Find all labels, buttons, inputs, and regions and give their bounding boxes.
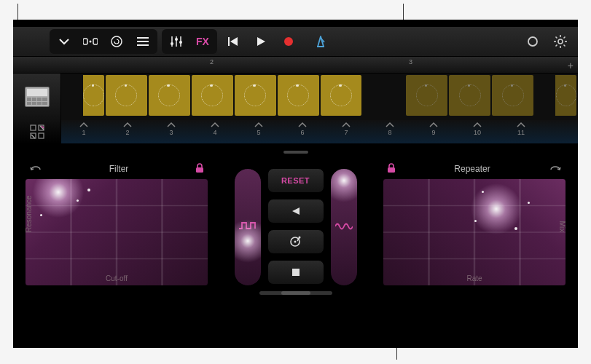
- loop-indicator-icon: [201, 84, 223, 106]
- clip-cell[interactable]: [106, 75, 147, 116]
- reverse-icon: [291, 206, 301, 216]
- record-button[interactable]: [275, 31, 302, 52]
- chevron-up-icon: [517, 122, 525, 127]
- record-icon: [283, 36, 294, 47]
- settings-button[interactable]: [547, 31, 574, 52]
- clip-cell[interactable]: [406, 75, 447, 116]
- gear-icon: [554, 35, 567, 48]
- metronome-button[interactable]: [308, 31, 334, 52]
- center-buttons: RESET: [267, 168, 324, 285]
- svg-point-10: [171, 42, 173, 45]
- add-track-button[interactable]: +: [568, 60, 574, 71]
- sampler-icon: [25, 87, 50, 107]
- live-loops-grid-button[interactable]: [13, 120, 61, 143]
- list-icon: [137, 37, 149, 46]
- reverse-button[interactable]: [267, 199, 324, 223]
- list-view-button[interactable]: [130, 31, 156, 52]
- chevron-up-icon: [79, 122, 88, 127]
- marker-number: 6: [300, 129, 304, 136]
- section-marker-row: 1234567891011: [13, 120, 578, 143]
- svg-rect-13: [228, 37, 230, 46]
- cells-icon: [83, 36, 98, 47]
- right-gate-slider[interactable]: [330, 168, 358, 286]
- repeater-cycle-button[interactable]: [549, 163, 562, 175]
- svg-point-18: [558, 39, 563, 44]
- scratch-button[interactable]: [267, 229, 324, 254]
- marker-number: 2: [125, 129, 129, 136]
- clip-cell[interactable]: [149, 75, 190, 116]
- loop-indicator-icon: [459, 84, 481, 106]
- chevron-down-icon: [59, 38, 69, 45]
- stop-button[interactable]: [267, 260, 324, 285]
- cycle-icon: [29, 163, 42, 173]
- center-controls: RESET: [214, 159, 377, 286]
- marker-number: 8: [388, 129, 391, 136]
- lock-icon: [195, 163, 204, 173]
- loop-indicator-icon: [83, 84, 103, 106]
- view-group: [50, 29, 157, 54]
- clip-cell[interactable]: [363, 75, 404, 116]
- filter-lock-button[interactable]: [195, 163, 204, 175]
- clip-cell[interactable]: [449, 75, 490, 116]
- clip-cell[interactable]: [192, 75, 233, 116]
- left-gate-slider[interactable]: [234, 168, 262, 286]
- cells-view-button[interactable]: [77, 31, 103, 52]
- clip-cell[interactable]: [321, 75, 362, 116]
- repeater-header: Repeater: [383, 159, 566, 178]
- section-marker[interactable]: 9: [412, 120, 455, 143]
- section-marker[interactable]: 10: [456, 120, 498, 143]
- repeater-xy-pad[interactable]: Mix Rate: [383, 178, 566, 286]
- mixer-button[interactable]: [163, 31, 189, 52]
- marker-number: 5: [257, 129, 260, 136]
- svg-rect-0: [83, 39, 87, 44]
- chevron-up-icon: [211, 122, 219, 127]
- loop-indicator-icon: [330, 84, 352, 106]
- resize-grip[interactable]: [283, 151, 308, 154]
- filter-x-axis-label: Cut-off: [26, 274, 208, 282]
- clip-cell[interactable]: [278, 75, 319, 116]
- turntable-icon: [289, 235, 302, 248]
- repeater-x-axis-label: Rate: [383, 274, 565, 282]
- slider-thumb: [330, 168, 358, 206]
- clip-cell[interactable]: [492, 75, 533, 116]
- fx-scroll-indicator[interactable]: [259, 291, 332, 295]
- loop-button[interactable]: [520, 31, 546, 52]
- markers-container: 1234567891011: [61, 120, 578, 143]
- filter-xy-pad[interactable]: Resonance Cut-off: [25, 178, 208, 286]
- section-marker[interactable]: 5: [238, 120, 280, 143]
- section-marker[interactable]: 1: [63, 120, 105, 143]
- section-marker[interactable]: 6: [281, 120, 324, 143]
- fx-label: FX: [196, 36, 209, 47]
- fx-toggle-button[interactable]: FX: [189, 31, 216, 52]
- clip-cell[interactable]: [535, 75, 576, 116]
- repeater-lock-button[interactable]: [387, 163, 396, 175]
- loop-indicator-icon: [244, 84, 266, 106]
- chevron-up-icon: [123, 122, 132, 127]
- filter-y-axis-label: Resonance: [25, 195, 33, 232]
- ruler-mark: 2: [210, 58, 214, 66]
- timeline-ruler[interactable]: + 23: [13, 56, 578, 74]
- svg-rect-29: [31, 133, 36, 138]
- filter-cycle-button[interactable]: [29, 163, 42, 175]
- grid-lines: [383, 179, 565, 285]
- section-marker[interactable]: 2: [106, 120, 149, 143]
- repeater-title: Repeater: [396, 164, 549, 174]
- section-marker[interactable]: 8: [369, 120, 411, 143]
- reset-button[interactable]: RESET: [267, 168, 324, 193]
- section-marker[interactable]: 4: [194, 120, 236, 143]
- track-header[interactable]: [13, 74, 61, 120]
- dropdown-button[interactable]: [51, 31, 77, 52]
- play-button[interactable]: [248, 31, 274, 52]
- section-marker[interactable]: 7: [325, 120, 367, 143]
- go-to-start-button[interactable]: [220, 31, 246, 52]
- repeater-y-axis-label: Mix: [559, 221, 567, 232]
- clip-cell[interactable]: [235, 75, 276, 116]
- play-icon: [256, 36, 266, 47]
- clip-cell[interactable]: [63, 75, 104, 116]
- loop-browser-button[interactable]: [103, 31, 130, 52]
- section-marker[interactable]: 11: [500, 120, 542, 143]
- svg-rect-4: [137, 37, 149, 39]
- chevron-up-icon: [473, 122, 482, 127]
- svg-rect-6: [137, 44, 149, 46]
- section-marker[interactable]: 3: [150, 120, 192, 143]
